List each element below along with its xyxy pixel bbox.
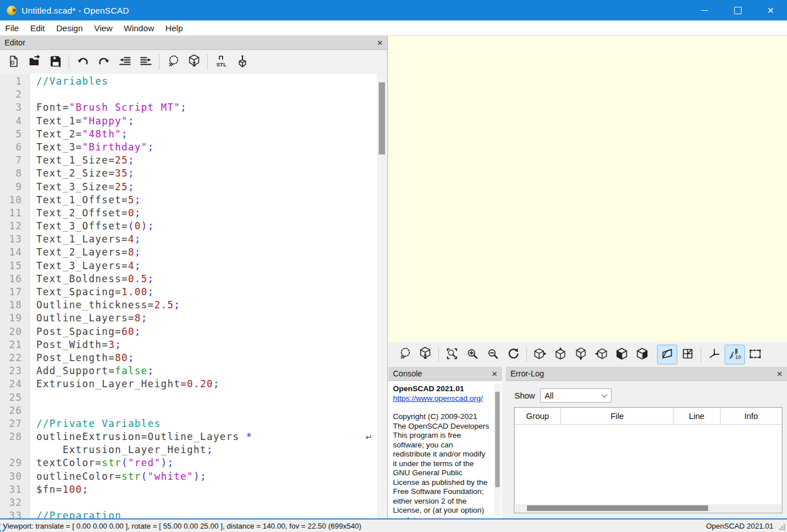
- code-line[interactable]: 20Post_Spacing=60;: [0, 325, 377, 338]
- console-scrollbar-thumb[interactable]: [495, 392, 500, 487]
- editor-vertical-scrollbar[interactable]: [377, 74, 387, 518]
- zoom-out-button[interactable]: [483, 345, 503, 365]
- errorlog-scrollbar-thumb[interactable]: [527, 505, 708, 511]
- 3d-viewport[interactable]: [388, 36, 787, 342]
- zoom-in-button[interactable]: [462, 345, 483, 365]
- unindent-button[interactable]: [114, 52, 135, 72]
- view-front-icon: [615, 347, 629, 362]
- preview-button[interactable]: »: [162, 52, 183, 72]
- code-line[interactable]: 21Post_Width=3;: [0, 338, 377, 351]
- code-line[interactable]: 10Text_1_Offset=5;: [0, 194, 377, 207]
- code-line-text: Outline_thickness=2.5;: [30, 299, 181, 312]
- code-line[interactable]: 3Font="Brush Script MT";: [0, 101, 377, 114]
- code-text[interactable]: 1//Variables23Font="Brush Script MT";4Te…: [0, 75, 377, 518]
- code-line[interactable]: 14Text_2_Layers=8;: [0, 246, 377, 259]
- view-top-button[interactable]: [550, 345, 571, 365]
- minimize-button[interactable]: [688, 0, 721, 20]
- code-line[interactable]: 19Outline_Layers=8;: [0, 312, 377, 325]
- menu-file[interactable]: File: [0, 23, 24, 33]
- menu-help[interactable]: Help: [160, 23, 189, 33]
- code-line[interactable]: 9Text_3_Size=25;: [0, 181, 377, 194]
- menu-edit[interactable]: Edit: [24, 23, 51, 33]
- errorlog-column-group[interactable]: Group: [514, 408, 561, 424]
- menu-view[interactable]: View: [89, 23, 118, 33]
- render-button[interactable]: [415, 345, 436, 365]
- errorlog-filter-select[interactable]: All: [540, 388, 612, 403]
- console-vertical-scrollbar[interactable]: [494, 384, 501, 516]
- code-line[interactable]: 30outlineColor=str("white");: [0, 470, 377, 483]
- preview-button[interactable]: »: [395, 345, 415, 365]
- code-line[interactable]: 23Add_Support=false;: [0, 365, 377, 378]
- menu-design[interactable]: Design: [51, 23, 89, 33]
- code-line[interactable]: 24Extrusion_Layer_Height=0.20;: [0, 378, 377, 391]
- line-number: 17: [0, 286, 30, 299]
- menu-window[interactable]: Window: [118, 23, 160, 33]
- maximize-button[interactable]: [721, 0, 754, 20]
- code-line[interactable]: 5Text_2="48th";: [0, 128, 377, 141]
- code-line[interactable]: Extrusion_Layer_Height;: [0, 443, 377, 456]
- console-panel-header: Console ×: [388, 367, 502, 381]
- view-bottom-button[interactable]: [571, 345, 591, 365]
- code-line[interactable]: 25: [0, 391, 377, 404]
- code-line[interactable]: 26: [0, 404, 377, 417]
- console-link[interactable]: https://www.openscad.org/: [393, 394, 491, 404]
- view-front-button[interactable]: [612, 345, 632, 365]
- errorlog-column-file[interactable]: File: [561, 408, 673, 424]
- perspective-button[interactable]: [657, 345, 677, 365]
- code-editor[interactable]: 1//Variables23Font="Brush Script MT";4Te…: [0, 74, 387, 518]
- code-line[interactable]: 1//Variables: [0, 75, 377, 88]
- view-right-button[interactable]: [530, 345, 550, 365]
- errorlog-column-info[interactable]: Info: [721, 408, 782, 424]
- line-number: 7: [0, 154, 30, 167]
- code-line-text: Post_Width=3;: [30, 338, 122, 351]
- indent-button[interactable]: [135, 52, 156, 72]
- code-line[interactable]: 7Text_1_Size=25;: [0, 154, 377, 167]
- export-stl-button[interactable]: STL: [211, 52, 232, 72]
- show-scale-markers-button[interactable]: 10: [725, 345, 745, 365]
- code-line[interactable]: 31$fn=100;: [0, 483, 377, 496]
- code-line[interactable]: 15Text_3_Layers=4;: [0, 259, 377, 273]
- save-file-button[interactable]: [45, 52, 66, 72]
- errorlog-close-button[interactable]: ×: [777, 369, 782, 379]
- code-line-text: Text_3_Layers=4;: [30, 259, 141, 273]
- reset-view-button[interactable]: [503, 345, 524, 365]
- undo-button[interactable]: [72, 52, 93, 72]
- errorlog-horizontal-scrollbar[interactable]: [515, 504, 781, 512]
- code-line[interactable]: 33//Preparation: [0, 509, 377, 518]
- view-all-button[interactable]: [745, 345, 765, 365]
- code-line[interactable]: 32: [0, 496, 377, 509]
- line-number: 1: [0, 75, 30, 88]
- code-line[interactable]: 16Text_Boldness=0.5;: [0, 273, 377, 286]
- print-3d-button[interactable]: [232, 52, 253, 72]
- code-line[interactable]: 13Text_1_Layers=4;: [0, 233, 377, 246]
- code-line[interactable]: 18Outline_thickness=2.5;: [0, 299, 377, 312]
- close-button[interactable]: ×: [754, 0, 787, 20]
- open-file-button[interactable]: [24, 52, 45, 72]
- zoom-all-button[interactable]: [442, 345, 462, 365]
- view-left-button[interactable]: [591, 345, 612, 365]
- console-close-button[interactable]: ×: [492, 369, 497, 379]
- code-line[interactable]: 8Text_2_Size=35;: [0, 167, 377, 180]
- code-line[interactable]: 2: [0, 88, 377, 101]
- editor-scrollbar-thumb[interactable]: [379, 82, 385, 154]
- code-line[interactable]: 22Post_Length=80;: [0, 351, 377, 365]
- editor-close-button[interactable]: ×: [377, 38, 383, 48]
- resize-grip[interactable]: [778, 523, 786, 531]
- code-line[interactable]: 27//Private Variables: [0, 417, 377, 430]
- code-line-text: //Preparation: [30, 509, 122, 518]
- orthogonal-button[interactable]: [677, 345, 698, 365]
- render-button[interactable]: [183, 52, 204, 72]
- code-line[interactable]: 6Text_3="Birthday";: [0, 141, 377, 154]
- redo-button[interactable]: [93, 52, 114, 72]
- code-line[interactable]: 11Text_2_Offset=0;: [0, 207, 377, 220]
- code-line[interactable]: 29textColor=str("red");: [0, 456, 377, 470]
- code-line[interactable]: 12Text_3_Offset=(0);: [0, 220, 377, 233]
- view-back-button[interactable]: [632, 345, 652, 365]
- code-line[interactable]: 28outlineExtrusion=Outline_Layers *↵: [0, 430, 377, 443]
- code-line[interactable]: 17Text_Spacing=1.00;: [0, 286, 377, 299]
- show-axes-button[interactable]: [704, 345, 725, 365]
- code-line[interactable]: 4Text_1="Happy";: [0, 115, 377, 128]
- new-file-button[interactable]: [3, 52, 24, 72]
- preview-icon: »: [398, 347, 412, 362]
- errorlog-column-line[interactable]: Line: [673, 408, 720, 424]
